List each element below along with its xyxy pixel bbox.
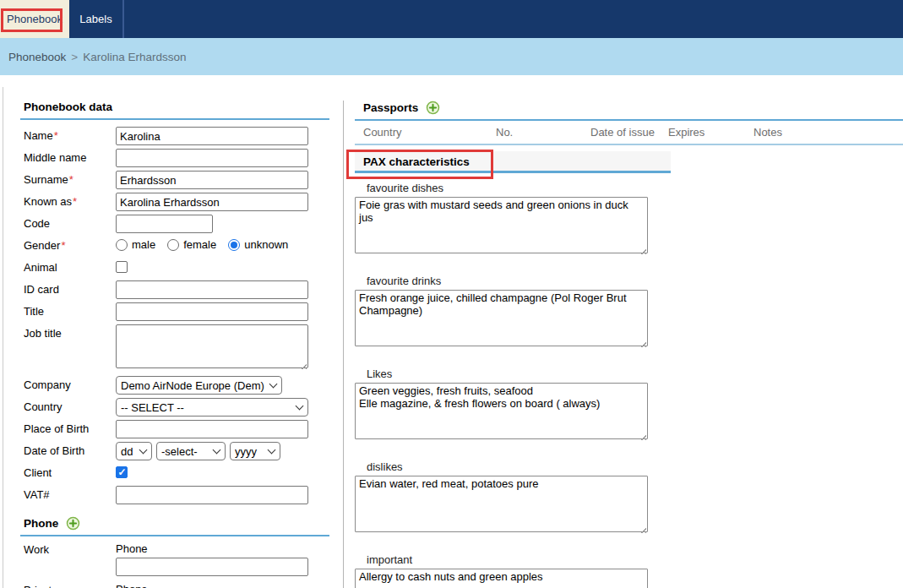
animal-label: Animal <box>24 259 116 274</box>
vat-label: VAT# <box>24 486 116 501</box>
private-phone-label: Phone <box>116 583 308 588</box>
phone-section-title: Phone <box>24 517 58 530</box>
gender-radio-unknown[interactable] <box>228 239 240 251</box>
birth-month-select-value: -select- <box>161 445 208 458</box>
client-checkbox[interactable] <box>116 466 128 478</box>
date-of-birth-label: Date of Birth <box>24 442 116 457</box>
favourite-dishes-label: favourite dishes <box>367 182 903 194</box>
likes-label: Likes <box>367 368 903 380</box>
breadcrumb: Phonebook > Karolina Erhardsson <box>0 38 903 75</box>
known-as-input[interactable] <box>116 193 308 211</box>
passports-pax-panel: Passports Country No. Date of issue Expi… <box>355 101 903 588</box>
chevron-down-icon <box>268 446 276 455</box>
passports-section-header: Passports <box>355 101 903 121</box>
tab-labels-label: Labels <box>79 13 112 25</box>
field-row-gender: Gender* male female unknown <box>24 237 329 255</box>
tab-labels[interactable]: Labels <box>69 0 122 38</box>
favourite-drinks-textarea[interactable]: Fresh orange juice, chilled champagne (P… <box>355 290 648 346</box>
company-select-value: Demo AirNode Europe (Dem) <box>121 379 264 392</box>
required-asterisk: * <box>73 195 77 208</box>
field-row-date-of-birth: Date of Birth dd -select- yyyy <box>24 442 329 460</box>
work-phone-label: Phone <box>116 542 308 555</box>
phonebook-data-title: Phonebook data <box>24 101 112 113</box>
field-row-animal: Animal <box>24 259 329 277</box>
id-card-input[interactable] <box>116 280 308 299</box>
birth-year-select[interactable]: yyyy <box>230 442 280 460</box>
field-row-code: Code <box>24 215 329 233</box>
birth-year-select-value: yyyy <box>235 445 263 458</box>
surname-label: Surname* <box>24 171 116 186</box>
passports-col-notes: Notes <box>753 126 903 139</box>
job-title-label: Job title <box>24 324 116 340</box>
known-as-label: Known as* <box>24 193 116 208</box>
field-row-id-card: ID card <box>24 280 329 299</box>
company-label: Company <box>24 376 116 391</box>
field-row-client: Client <box>24 464 329 482</box>
breadcrumb-separator: > <box>71 51 78 63</box>
pax-characteristics-header: PAX characteristics <box>355 151 671 173</box>
place-of-birth-input[interactable] <box>116 420 308 438</box>
company-select[interactable]: Demo AirNode Europe (Dem) <box>116 376 282 395</box>
field-row-surname: Surname* <box>24 171 329 189</box>
title-label: Title <box>24 302 116 318</box>
birth-day-select[interactable]: dd <box>116 442 152 460</box>
important-label: important <box>367 553 903 566</box>
chevron-down-icon <box>139 446 148 455</box>
content-left-border <box>3 87 3 588</box>
field-row-vat: VAT# <box>24 486 329 504</box>
phone-location-work: Work <box>24 542 116 576</box>
chevron-down-icon <box>213 446 221 455</box>
phone-row-private: Private Phone <box>24 583 329 588</box>
passports-col-country: Country <box>363 126 496 139</box>
name-input[interactable] <box>116 127 308 145</box>
gender-option-female-label: female <box>183 238 216 251</box>
phone-location-private: Private <box>24 583 116 588</box>
gender-label: Gender* <box>24 237 116 252</box>
work-phone-input[interactable] <box>116 558 308 576</box>
job-title-textarea[interactable] <box>116 324 308 368</box>
plus-circle-icon[interactable] <box>426 101 440 115</box>
top-navbar: Phonebook Labels <box>0 0 903 38</box>
plus-circle-icon[interactable] <box>66 516 80 531</box>
passports-title: Passports <box>363 101 418 114</box>
dislikes-textarea[interactable]: Evian water, red meat, potatoes pure <box>355 476 648 532</box>
vat-input[interactable] <box>116 486 308 504</box>
place-of-birth-label: Place of Birth <box>24 420 116 435</box>
client-label: Client <box>24 464 116 479</box>
phone-row-work: Work Phone <box>24 542 329 576</box>
birth-day-select-value: dd <box>121 445 134 458</box>
code-label: Code <box>24 215 116 230</box>
country-select[interactable]: -- SELECT -- <box>116 398 308 416</box>
middle-name-input[interactable] <box>116 149 308 167</box>
gender-option-male-label: male <box>132 238 155 251</box>
passports-col-date-of-issue: Date of issue <box>590 126 668 139</box>
field-row-known-as: Known as* <box>24 193 329 211</box>
title-input[interactable] <box>116 302 308 321</box>
phonebook-data-panel: Phonebook data Name* Middle name Surname… <box>20 101 329 588</box>
country-label: Country <box>24 398 116 413</box>
field-row-company: Company Demo AirNode Europe (Dem) <box>24 376 329 395</box>
pax-field-likes: Likes Green veggies, fresh fruits, seafo… <box>355 368 903 442</box>
favourite-dishes-textarea[interactable]: Foie gras with mustard seeds and green o… <box>355 197 648 253</box>
likes-textarea[interactable]: Green veggies, fresh fruits, seafood Ell… <box>355 383 648 439</box>
chevron-down-icon <box>269 380 278 389</box>
surname-input[interactable] <box>116 171 308 189</box>
pax-field-dislikes: dislikes Evian water, red meat, potatoes… <box>355 460 903 535</box>
gender-radio-female[interactable] <box>167 239 179 251</box>
animal-checkbox[interactable] <box>116 261 128 273</box>
passports-table-header: Country No. Date of issue Expires Notes <box>355 121 903 145</box>
country-select-value: -- SELECT -- <box>121 401 291 414</box>
gender-option-unknown-label: unknown <box>244 238 288 251</box>
panel-divider <box>343 101 344 588</box>
passports-col-no: No. <box>496 126 590 139</box>
content-area: Phonebook data Name* Middle name Surname… <box>0 75 903 588</box>
breadcrumb-root-link[interactable]: Phonebook <box>8 51 66 63</box>
chevron-down-icon <box>296 402 304 411</box>
required-asterisk: * <box>54 129 58 142</box>
code-input[interactable] <box>116 215 213 233</box>
gender-radio-male[interactable] <box>116 239 128 251</box>
gender-radio-group: male female unknown <box>116 237 300 251</box>
birth-month-select[interactable]: -select- <box>156 442 226 460</box>
tab-phonebook[interactable]: Phonebook <box>0 0 69 38</box>
important-textarea[interactable]: Allergy to cash nuts and green apples <box>355 569 648 588</box>
